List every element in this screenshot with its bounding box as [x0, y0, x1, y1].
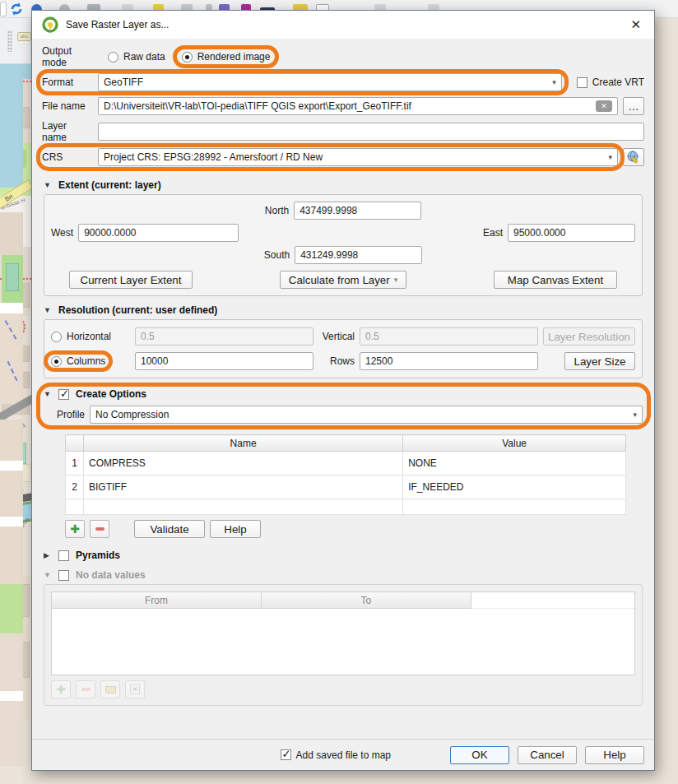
expand-triangle-icon[interactable]: ▶ — [44, 551, 52, 559]
columns-input[interactable]: 10000 — [135, 352, 313, 370]
format-dropdown[interactable]: GeoTIFF ▾ — [98, 73, 562, 91]
help-options-button[interactable]: Help — [210, 520, 261, 538]
south-input[interactable]: 431249.9998 — [295, 246, 422, 264]
calculate-from-layer-button[interactable]: Calculate from Layer ▾ — [280, 271, 407, 289]
horizontal-value: 0.5 — [141, 331, 308, 342]
columns-annotated-area: Columns — [51, 355, 105, 367]
west-input[interactable]: 90000.0000 — [78, 224, 239, 242]
create-vrt-checkbox[interactable] — [577, 77, 587, 88]
horizontal-radio[interactable] — [51, 332, 62, 342]
name-column-header: Name — [84, 435, 403, 452]
table-row[interactable]: 2 BIGTIFF IF_NEEDED — [66, 476, 626, 499]
north-input[interactable]: 437499.9998 — [294, 202, 421, 220]
crs-dropdown[interactable]: Project CRS: EPSG:28992 - Amersfoort / R… — [98, 148, 618, 166]
toolbar-grip-handle[interactable] — [7, 30, 12, 52]
no-data-checkbox[interactable] — [58, 570, 69, 581]
labeling-abc-icon[interactable]: abc — [17, 32, 31, 41]
table-row[interactable]: 1 COMPRESS NONE — [66, 452, 626, 476]
value-column-header: Value — [403, 435, 626, 452]
format-value: GeoTIFF — [104, 77, 549, 88]
layer-resolution-button[interactable]: Layer Resolution — [543, 327, 635, 346]
select-crs-button[interactable] — [623, 148, 644, 166]
east-input[interactable]: 95000.0000 — [508, 224, 635, 242]
remove-row-button[interactable] — [76, 680, 95, 698]
help-button[interactable]: Help — [585, 746, 644, 764]
no-data-group: From To ✚ ✕ — [44, 584, 643, 706]
extent-south-row: South 431249.9998 — [51, 246, 635, 264]
raw-data-label: Raw data — [123, 51, 165, 63]
current-layer-extent-button[interactable]: Current Layer Extent — [69, 271, 193, 289]
add-row-button[interactable]: ✚ — [51, 680, 71, 698]
columns-label: Columns — [67, 355, 105, 367]
profile-label: Profile — [57, 409, 85, 420]
horizontal-option[interactable]: Horizontal — [51, 331, 130, 342]
create-options-checkbox[interactable] — [58, 389, 69, 400]
resolution-section-header[interactable]: ▼ Resolution (current: user defined) — [44, 304, 643, 316]
columns-option[interactable]: Columns — [51, 355, 130, 367]
browse-button[interactable]: … — [623, 97, 644, 115]
close-icon[interactable]: ✕ — [627, 16, 644, 34]
columns-radio[interactable] — [51, 356, 62, 367]
calculate-from-layer-label: Calculate from Layer — [289, 274, 390, 286]
format-annotated-area: Format GeoTIFF ▾ — [42, 73, 562, 91]
create-vrt-option[interactable]: Create VRT — [577, 77, 644, 88]
refresh-icon[interactable] — [9, 2, 24, 16]
create-options-table[interactable]: Name Value 1 COMPRESS NONE 2 BIGTIFF IF_… — [65, 434, 626, 515]
from-column-header: From — [52, 592, 262, 609]
collapse-triangle-icon[interactable]: ▼ — [44, 390, 52, 398]
east-value: 95000.0000 — [513, 227, 629, 239]
create-options-annotated-area: ▼ Create Options Profile No Compression … — [44, 388, 643, 424]
clear-text-icon[interactable]: ✕ — [596, 100, 612, 112]
profile-dropdown[interactable]: No Compression ▾ — [90, 406, 643, 424]
add-saved-file-checkbox[interactable] — [281, 749, 291, 760]
remove-option-button[interactable] — [90, 520, 109, 538]
no-data-section-header[interactable]: ▼ No data values — [44, 569, 643, 581]
minus-icon — [81, 688, 91, 691]
layer-name-input[interactable] — [98, 123, 644, 141]
cancel-button[interactable]: Cancel — [518, 746, 577, 764]
format-label: Format — [42, 77, 93, 88]
vertical-input[interactable]: 0.5 — [360, 327, 538, 346]
map-shape — [0, 720, 23, 766]
crs-label: CRS — [42, 151, 93, 163]
dialog-content: Output mode Raw data Rendered image Form… — [32, 39, 654, 739]
rendered-image-option[interactable]: Rendered image — [182, 51, 271, 63]
rendered-image-radio[interactable] — [182, 52, 193, 63]
layer-size-button[interactable]: Layer Size — [564, 352, 635, 370]
raw-data-radio[interactable] — [108, 52, 118, 63]
option-value-cell[interactable]: IF_NEEDED — [403, 476, 626, 499]
horizontal-input[interactable]: 0.5 — [135, 327, 313, 346]
dialog-titlebar[interactable]: Save Raster Layer as... ✕ — [32, 11, 654, 39]
collapse-triangle-icon[interactable]: ▼ — [44, 306, 52, 314]
no-data-table-header: From To — [52, 592, 634, 609]
file-name-input[interactable]: D:\Universiteit\VR-lab\TOI-pedia\TIFF QG… — [98, 97, 618, 115]
pyramids-section-header[interactable]: ▶ Pyramids — [44, 550, 643, 561]
clear-rows-button[interactable]: ✕ — [125, 680, 145, 698]
vertical-label: Vertical — [318, 331, 355, 342]
load-from-file-button[interactable] — [100, 680, 120, 698]
collapse-triangle-icon[interactable]: ▼ — [44, 181, 52, 189]
output-mode-label: Output mode — [42, 45, 98, 68]
ok-button[interactable]: OK — [450, 746, 509, 764]
map-canvas-extent-button[interactable]: Map Canvas Extent — [494, 271, 617, 289]
vertical-value: 0.5 — [365, 331, 532, 342]
option-name-cell[interactable]: BIGTIFF — [84, 476, 403, 499]
row-number-header — [66, 435, 84, 452]
add-option-button[interactable]: ✚ — [65, 520, 85, 538]
add-saved-file-option[interactable]: Add saved file to map — [281, 749, 391, 761]
toolbar-button-edge[interactable] — [0, 2, 7, 16]
option-value-cell[interactable]: NONE — [403, 452, 626, 476]
create-options-toolbar: ✚ Validate Help — [65, 520, 644, 538]
option-name-cell[interactable]: COMPRESS — [84, 452, 403, 476]
collapse-triangle-icon[interactable]: ▼ — [44, 571, 52, 579]
pyramids-checkbox[interactable] — [58, 550, 69, 561]
chevron-down-icon: ▾ — [394, 276, 398, 284]
raw-data-option[interactable]: Raw data — [108, 51, 165, 63]
pyramids-title: Pyramids — [76, 550, 120, 561]
validate-button[interactable]: Validate — [134, 520, 205, 538]
rows-input[interactable]: 12500 — [360, 352, 538, 370]
extent-section-header[interactable]: ▼ Extent (current: layer) — [44, 179, 643, 191]
create-options-section-header[interactable]: ▼ Create Options — [44, 388, 643, 400]
chevron-down-icon: ▾ — [608, 153, 612, 161]
map-canvas-right[interactable]: Bri — [0, 720, 23, 784]
